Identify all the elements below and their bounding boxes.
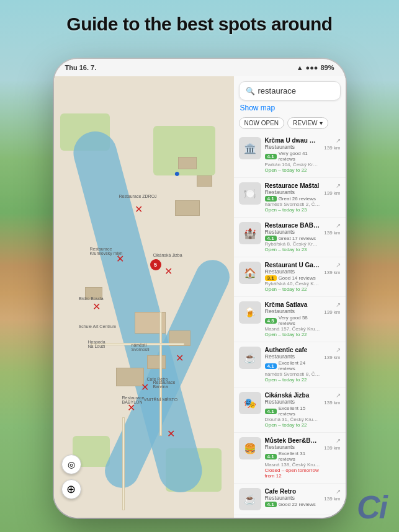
rating-label: Great 17 reviews [279,236,316,241]
result-rating: 3.1 Good 14 reviews [265,275,321,281]
wifi-icon: ▲ [297,64,303,71]
result-item[interactable]: 🍔 Můstek Beer&Burger Restaurants 4.1 Exc… [234,433,346,484]
result-address: Masná 157, Český Krumlov – ... [265,326,321,332]
building-3 [175,200,200,216]
map-label-barvina: RestauraceBarvína [153,380,176,389]
result-category: Restaurants [265,308,321,314]
result-thumbnail: 🍔 [239,437,261,459]
result-category: Restaurants [265,229,321,235]
result-rating: 4.1 Excellent 24 reviews [265,360,321,371]
result-open-status: Open – today to 22 [265,286,321,292]
result-open-status: Open – today to 23 [265,247,321,252]
show-map-link[interactable]: Show map [234,100,346,115]
map-location-pin[interactable]: ● [174,168,181,179]
result-item[interactable]: ☕ Cafe Retro Restaurants 4.1 Good 22 rev… [234,484,346,515]
result-name: Můstek Beer&Burger [265,437,321,444]
result-info: Authentic cafe Restaurants 4.1 Excellent… [265,347,321,383]
result-item[interactable]: 🍽️ Restaurace Maštal Restaurants 4.1 Gre… [234,178,346,218]
filter-row: NOW OPEN REVIEW ▾ [234,115,346,133]
result-item[interactable]: 🍺 Krčma Šatlava Restaurants 4.5 Very goo… [234,297,346,342]
result-distance: ↗ 139 km [324,182,340,196]
result-thumbnail: 🎭 [239,392,261,414]
result-address: Dlouhá 31, Český Krumlov – ... [265,417,321,422]
result-item[interactable]: 🏠 Restaurant U Galerie Restaurants 3.1 G… [234,257,346,297]
results-list[interactable]: 🏛️ Krčma U dwau Maryí Restaurants 4.1 Ve… [234,133,346,518]
compass[interactable]: ⊕ [61,479,81,499]
map-label-cikanska: Cikánská Jizba [153,253,182,257]
result-address: náměstí Svornosti 8, Český K... [265,371,321,377]
result-name: Restaurace BABYLON [265,222,321,229]
page-title: Guide to the best spots around [0,14,399,35]
result-item[interactable]: 🏛️ Krčma U dwau Maryí Restaurants 4.1 Ve… [234,133,346,178]
result-open-status: Open – today to 23 [265,207,321,213]
result-item[interactable]: ☕ Authentic cafe Restaurants 4.1 Excelle… [234,342,346,388]
rating-badge: 4.1 [265,454,277,459]
search-bar[interactable]: 🔍 ⊗ ✕ [239,81,341,100]
filter-review-arrow: ▾ [320,120,323,126]
result-thumbnail: 🍽️ [239,182,261,205]
result-distance: ↗ 139 km [324,301,340,315]
result-category: Restaurants [265,444,321,450]
map-pin-8[interactable]: ✕ [167,428,175,440]
navigate-icon: ↗ [336,222,341,229]
map-pin-4[interactable]: ✕ [92,301,101,313]
rating-badge: 4.1 [265,154,277,159]
map-pin-1[interactable]: ✕ [135,203,143,215]
locate-button[interactable]: ◎ [61,454,81,474]
signal-icon: ●●● [306,64,318,71]
filter-review[interactable]: REVIEW ▾ [287,117,328,129]
ci-text: Ci [357,489,387,526]
rating-badge: 4.1 [265,502,277,507]
map-pin-6[interactable]: ✕ [141,381,149,393]
result-info: Restaurace BABYLON Restaurants 4.1 Great… [265,222,321,252]
distance-value: 139 km [324,145,340,151]
result-emoji: 🏠 [239,262,261,284]
rating-label: Very good 41 reviews [279,151,321,162]
result-rating: 4.1 Very good 41 reviews [265,151,321,162]
result-category: Restaurants [265,399,321,405]
result-distance: ↗ 139 km [324,262,340,275]
rating-label: Excellent 15 reviews [279,406,321,417]
map-pin-count[interactable]: 5 [150,259,161,270]
result-name: Restaurant U Galerie [265,262,321,268]
result-rating: 4.1 Great 26 reviews [265,196,321,202]
result-distance: ↗ 139 km [324,488,340,502]
map-label-vnitrni-mesto: VNITŘNÍ MĚSTO [144,397,178,402]
map-label-namesti: náměstíSvornosti [132,343,150,352]
result-item[interactable]: 🎭 Cikánská Jizba Restaurants 4.1 Excelle… [234,388,346,433]
map-pin-3[interactable]: ✕ [164,265,173,277]
result-distance: ↗ 139 km [324,347,340,360]
result-name: Restaurace Maštal [265,182,321,189]
result-item[interactable]: 🏰 Restaurace BABYLON Restaurants 4.1 Gre… [234,218,346,257]
result-info: Cafe Retro Restaurants 4.1 Good 22 revie… [265,488,321,507]
navigate-icon: ↗ [336,262,341,268]
result-rating: 4.1 Excellent 31 reviews [265,451,321,462]
result-distance: ↗ 139 km [324,137,340,151]
filter-now-open[interactable]: NOW OPEN [239,117,285,129]
result-info: Můstek Beer&Burger Restaurants 4.1 Excel… [265,437,321,479]
map-label-hospoda: HospodaNa Louži [88,340,105,348]
search-input[interactable] [258,86,346,95]
rating-badge: 4.1 [265,363,277,369]
result-emoji: 🍽️ [239,182,261,205]
result-name: Authentic cafe [265,347,321,353]
map-pin-2[interactable]: ✕ [116,253,124,265]
phone-mockup: Thu 16. 7. ▲ ●●● 89% [54,59,346,518]
rating-badge: 3.1 [265,275,277,281]
map-pin-7[interactable]: ✕ [127,402,135,414]
result-name: Krčma Šatlava [265,301,321,308]
navigate-icon: ↗ [336,301,341,308]
result-info: Cikánská Jizba Restaurants 4.1 Excellent… [265,392,321,428]
right-panel: 🔍 ⊗ ✕ Show map NOW OPEN REVIEW ▾ 🏛️ Krčm… [234,76,346,518]
building-1 [178,157,197,169]
result-rating: 4.5 Very good 58 reviews [265,315,321,326]
navigate-icon: ↗ [336,392,341,399]
result-name: Cafe Retro [265,488,321,495]
result-info: Krčma U dwau Maryí Restaurants 4.1 Very … [265,137,321,173]
map-pin-5[interactable]: ✕ [176,352,184,364]
result-thumbnail: 🏠 [239,262,261,284]
result-info: Restaurant U Galerie Restaurants 3.1 Goo… [265,262,321,292]
rating-badge: 4.1 [265,196,277,202]
map-area[interactable]: VNITŘNÍ MĚSTO náměstíSvornosti HospodaNa… [54,76,234,518]
result-emoji: 🍔 [239,437,261,459]
